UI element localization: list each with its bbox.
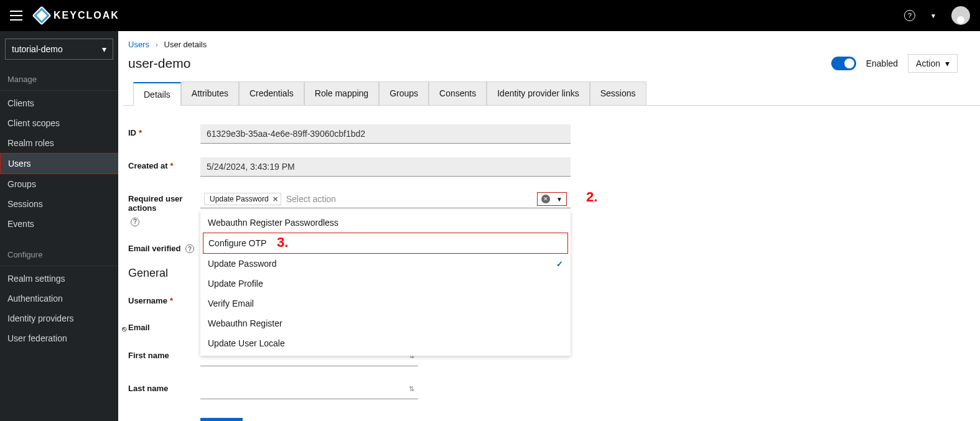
breadcrumb-current: User details bbox=[164, 40, 207, 49]
page-header: user-demo Enabled Action ▾ bbox=[118, 54, 980, 81]
label-created: Created at* bbox=[128, 157, 200, 170]
field-id: 61329e3b-35aa-4e6e-89ff-39060cbf1bd2 bbox=[200, 124, 571, 144]
form: ID* 61329e3b-35aa-4e6e-89ff-39060cbf1bd2… bbox=[118, 106, 980, 421]
nav-user-federation[interactable]: User federation bbox=[0, 328, 118, 348]
help-icon[interactable]: ? bbox=[904, 10, 915, 21]
label-email: Email bbox=[128, 319, 194, 332]
nav-sessions[interactable]: Sessions bbox=[0, 194, 118, 214]
brand-text: KEYCLOAK bbox=[54, 10, 119, 21]
tab-consents[interactable]: Consents bbox=[429, 81, 487, 105]
tabs: Details Attributes Credentials Role mapp… bbox=[123, 81, 980, 106]
field-created: 5/24/2024, 3:43:19 PM bbox=[200, 157, 571, 177]
sidebar: tutorial-demo ▾ Manage Clients Client sc… bbox=[0, 31, 118, 421]
tab-attributes[interactable]: Attributes bbox=[181, 81, 239, 105]
top-actions: ? ▼ bbox=[904, 6, 970, 25]
action-dropdown[interactable]: Action ▾ bbox=[908, 54, 958, 73]
label-firstname: First name bbox=[128, 347, 200, 360]
enabled-toggle[interactable] bbox=[831, 57, 856, 70]
action-label: Action bbox=[916, 58, 940, 68]
dd-update-locale[interactable]: Update User Locale bbox=[200, 333, 571, 353]
required-actions-dropdown: Webauthn Register Passwordless Configure… bbox=[200, 210, 571, 356]
realm-selector[interactable]: tutorial-demo ▾ bbox=[5, 39, 113, 60]
user-dropdown-caret[interactable]: ▼ bbox=[930, 12, 936, 19]
label-id: ID* bbox=[128, 124, 200, 137]
select-placeholder: Select action bbox=[286, 194, 336, 204]
dd-update-password[interactable]: Update Password ✓ bbox=[200, 254, 571, 274]
nav-groups[interactable]: Groups bbox=[0, 174, 118, 194]
check-icon: ✓ bbox=[556, 259, 563, 269]
label-lastname: Last name bbox=[128, 380, 200, 393]
user-avatar[interactable] bbox=[951, 6, 970, 25]
required-actions-select[interactable]: Update Password ✕ Select action ✕ ▼ bbox=[200, 190, 571, 208]
label-required-actions: Required user actions ? bbox=[128, 190, 200, 226]
help-icon[interactable]: ? bbox=[131, 218, 139, 226]
nav-client-scopes[interactable]: Client scopes bbox=[0, 113, 118, 133]
tab-sessions[interactable]: Sessions bbox=[590, 81, 646, 105]
tab-idp-links[interactable]: Identity provider links bbox=[487, 81, 590, 105]
nav-users[interactable]: Users bbox=[0, 153, 118, 174]
chevron-down-icon: ▾ bbox=[945, 58, 950, 68]
annotation-3: 3. bbox=[277, 234, 288, 251]
nav-realm-roles[interactable]: Realm roles bbox=[0, 133, 118, 153]
realm-name: tutorial-demo bbox=[12, 44, 63, 54]
breadcrumb: Users › User details bbox=[118, 40, 980, 54]
nav-section-manage: Manage bbox=[0, 71, 118, 88]
nav-identity-providers[interactable]: Identity providers bbox=[0, 308, 118, 328]
tab-groups[interactable]: Groups bbox=[379, 81, 429, 105]
chip-label: Update Password bbox=[210, 195, 269, 203]
nav-events[interactable]: Events bbox=[0, 214, 118, 234]
topbar: KEYCLOAK ? ▼ bbox=[0, 0, 980, 31]
annotation-2: 2. bbox=[586, 189, 597, 205]
breadcrumb-users-link[interactable]: Users bbox=[128, 40, 149, 49]
last-name-input[interactable] bbox=[200, 380, 418, 399]
dd-webauthn-passwordless[interactable]: Webauthn Register Passwordless bbox=[200, 213, 571, 233]
dd-configure-otp[interactable]: Configure OTP 3. bbox=[203, 233, 568, 254]
page-title: user-demo bbox=[128, 56, 190, 71]
tab-role-mapping[interactable]: Role mapping bbox=[304, 81, 379, 105]
keycloak-logo-icon bbox=[32, 6, 51, 25]
switch-knob bbox=[844, 58, 854, 68]
label-username: Username* bbox=[128, 292, 200, 305]
chip-remove-icon[interactable]: ✕ bbox=[273, 195, 278, 203]
chevron-down-icon: ▾ bbox=[102, 44, 106, 54]
label-email-verified: Email verified ? bbox=[128, 240, 200, 254]
dd-verify-email[interactable]: Verify Email bbox=[200, 294, 571, 313]
help-icon[interactable]: ? bbox=[185, 244, 194, 253]
tab-credentials[interactable]: Credentials bbox=[239, 81, 304, 105]
nav-clients[interactable]: Clients bbox=[0, 93, 118, 113]
nav-realm-settings[interactable]: Realm settings bbox=[0, 269, 118, 289]
chevron-down-icon[interactable]: ▼ bbox=[556, 196, 562, 203]
globe-icon: ⎋ bbox=[122, 319, 128, 333]
dd-update-profile[interactable]: Update Profile bbox=[200, 274, 571, 294]
nav-authentication[interactable]: Authentication bbox=[0, 289, 118, 308]
breadcrumb-separator-icon: › bbox=[156, 40, 158, 49]
hamburger-menu-icon[interactable] bbox=[10, 11, 22, 21]
nav-divider bbox=[0, 90, 118, 91]
chip-update-password: Update Password ✕ bbox=[204, 193, 281, 205]
enabled-label: Enabled bbox=[866, 58, 898, 68]
nav-section-configure: Configure bbox=[0, 246, 118, 263]
save-button[interactable]: Save bbox=[200, 418, 243, 421]
nav-divider bbox=[0, 266, 118, 266]
dd-webauthn-register[interactable]: Webauthn Register bbox=[200, 313, 571, 333]
main-content: Users › User details user-demo Enabled A… bbox=[118, 31, 980, 421]
header-actions: Enabled Action ▾ bbox=[831, 54, 970, 73]
clear-selection-icon[interactable]: ✕ bbox=[541, 195, 550, 203]
brand: KEYCLOAK bbox=[35, 9, 119, 22]
tab-details[interactable]: Details bbox=[133, 82, 181, 106]
